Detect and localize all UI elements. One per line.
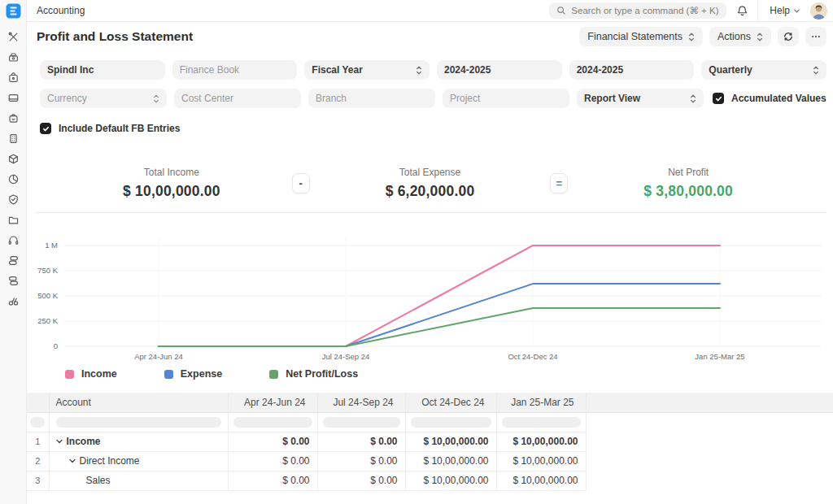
q2-column-filter[interactable] xyxy=(323,417,400,428)
refresh-icon xyxy=(783,31,794,42)
income-legend-label: Income xyxy=(81,368,117,380)
project-filter[interactable]: Project xyxy=(443,89,569,108)
branch-placeholder: Branch xyxy=(316,93,428,104)
column-header-q3[interactable]: Oct 24-Dec 24 xyxy=(405,393,496,412)
column-header-q2[interactable]: Jul 24-Sep 24 xyxy=(317,393,405,412)
svg-text:Oct 24-Dec 24: Oct 24-Dec 24 xyxy=(508,352,557,361)
finance-book-placeholder: Finance Book xyxy=(180,64,290,76)
q4-column-filter[interactable] xyxy=(502,417,581,428)
chevron-down-icon[interactable] xyxy=(68,457,76,465)
svg-text:500 K: 500 K xyxy=(37,291,58,300)
total-income-value: $ 10,00,000.00 xyxy=(51,183,292,200)
sidebar-icon-stack[interactable] xyxy=(7,254,20,267)
currency-label: Currency xyxy=(47,93,153,104)
currency-select[interactable]: Currency xyxy=(40,89,167,108)
sidebar-icon-headset[interactable] xyxy=(7,233,20,246)
expense-legend-label: Expense xyxy=(181,368,222,380)
help-menu[interactable]: Help xyxy=(758,5,810,16)
notifications-button[interactable] xyxy=(726,5,757,17)
chevron-up-down-icon xyxy=(153,93,159,104)
select-all-placeholder[interactable] xyxy=(30,417,45,428)
actions-button[interactable]: Actions xyxy=(709,27,771,46)
account-cell[interactable]: Sales xyxy=(49,471,228,490)
sidebar-icon-shield-check[interactable] xyxy=(7,193,20,206)
income-swatch xyxy=(65,370,74,379)
value-cell: $ 10,00,000.00 xyxy=(405,432,496,451)
sidebar-icon-package[interactable] xyxy=(7,152,20,165)
row-filler xyxy=(586,471,833,490)
page-title: Profit and Loss Statement xyxy=(37,29,193,44)
legend-item-expense: Expense xyxy=(164,368,222,380)
company-filter[interactable]: Spindl Inc xyxy=(40,60,165,80)
table-row[interactable]: 2Direct Income$ 0.00$ 0.00$ 10,00,000.00… xyxy=(27,451,833,471)
account-cell[interactable]: Direct Income xyxy=(49,451,228,471)
net-profit-card: Net Profit $ 3,80,000.00 xyxy=(568,167,809,200)
cost-center-filter[interactable]: Cost Center xyxy=(174,89,301,108)
svg-text:750 K: 750 K xyxy=(37,266,58,275)
q3-column-filter[interactable] xyxy=(411,417,491,428)
accumulated-values-checkbox[interactable] xyxy=(713,93,724,104)
value-cell: $ 0.00 xyxy=(228,432,317,451)
profit-loss-chart: 0250 K500 K750 K1 MApr 24-Jun 24Jul 24-S… xyxy=(27,229,833,367)
chevron-up-down-icon xyxy=(757,32,763,42)
refresh-button[interactable] xyxy=(778,27,799,46)
value-cell: $ 10,00,000.00 xyxy=(496,451,586,471)
svg-text:Jul 24-Sep 24: Jul 24-Sep 24 xyxy=(322,352,370,361)
report-view-select[interactable]: Report View xyxy=(577,89,704,108)
check-icon xyxy=(42,125,50,133)
sidebar-icon-pie-chart[interactable] xyxy=(7,172,20,185)
value-cell: $ 0.00 xyxy=(228,451,317,471)
q1-filter-cell xyxy=(228,412,317,432)
app-logo[interactable] xyxy=(0,0,26,22)
sidebar-icon-building[interactable] xyxy=(7,132,20,145)
sidebar-icon-credit-card[interactable] xyxy=(7,91,20,104)
avatar[interactable] xyxy=(810,2,827,20)
column-header-account[interactable]: Account xyxy=(49,393,228,412)
include-default-fb-checkbox[interactable] xyxy=(40,123,51,134)
cost-center-placeholder: Cost Center xyxy=(181,93,294,104)
app-title[interactable]: Accounting xyxy=(37,5,85,16)
to-fiscal-year-filter[interactable]: 2024-2025 xyxy=(569,60,695,80)
finance-book-filter[interactable]: Finance Book xyxy=(172,60,298,80)
row-filler xyxy=(586,451,833,471)
search-icon xyxy=(556,6,566,15)
branch-filter[interactable]: Branch xyxy=(308,89,435,108)
total-income-label: Total Income xyxy=(51,167,292,178)
fiscal-year-label: Fiscal Year xyxy=(312,64,416,76)
fiscal-year-select[interactable]: Fiscal Year xyxy=(304,60,430,80)
row-filler xyxy=(586,432,833,451)
account-column-filter[interactable] xyxy=(56,417,221,428)
search-input[interactable]: Search or type a command (⌘ + K) xyxy=(549,2,726,19)
sidebar-icon-shopping-bag[interactable] xyxy=(7,111,20,124)
financial-statements-label: Financial Statements xyxy=(587,31,683,42)
sidebar-icon-cash-register[interactable] xyxy=(7,50,20,63)
erpnext-logo-icon xyxy=(6,3,21,19)
filter-filler xyxy=(586,412,833,432)
account-cell[interactable]: Income xyxy=(49,432,228,451)
chevron-up-down-icon xyxy=(688,32,695,42)
chevron-up-down-icon xyxy=(416,65,422,76)
net-profit-value: $ 3,80,000.00 xyxy=(568,183,809,200)
chevron-down-icon[interactable] xyxy=(55,437,63,445)
sidebar-icon-folder[interactable] xyxy=(7,213,20,226)
chevron-down-icon xyxy=(793,7,800,15)
sidebar-icon-vault[interactable] xyxy=(7,71,20,84)
table-row[interactable]: 3Sales$ 0.00$ 0.00$ 10,00,000.00$ 10,00,… xyxy=(27,471,833,490)
table-filter-row xyxy=(27,412,833,432)
column-header-q1[interactable]: Apr 24-Jun 24 xyxy=(228,393,317,412)
periodicity-select[interactable]: Quarterly xyxy=(701,60,826,80)
sidebar-icon-share[interactable] xyxy=(7,294,20,307)
svg-text:250 K: 250 K xyxy=(37,316,58,325)
q1-column-filter[interactable] xyxy=(233,417,312,428)
sidebar-icon-stack-alt[interactable] xyxy=(7,274,20,287)
financial-statements-select[interactable]: Financial Statements xyxy=(579,27,703,46)
summary-divider xyxy=(35,212,826,213)
sidebar-icon-tools[interactable] xyxy=(7,30,20,43)
column-header-q4[interactable]: Jan 25-Mar 25 xyxy=(496,393,586,412)
from-fiscal-year-filter[interactable]: 2024-2025 xyxy=(437,60,562,80)
row-number: 2 xyxy=(27,451,49,471)
menu-button[interactable] xyxy=(805,27,826,46)
app-window: Accounting Search or type a command (⌘ +… xyxy=(0,0,833,504)
row-number: 3 xyxy=(27,471,49,490)
table-row[interactable]: 1Income$ 0.00$ 0.00$ 10,00,000.00$ 10,00… xyxy=(27,432,833,451)
